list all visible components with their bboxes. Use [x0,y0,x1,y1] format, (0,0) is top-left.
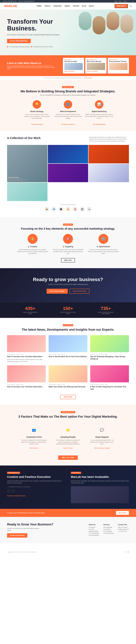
footer-li-link[interactable]: in [128,551,129,553]
blog-title-6: 8 Tips To Start Preparing For Christmas … [90,386,129,390]
banner-card-2[interactable]: WHY CHOOSE US Why Choose MarLab? Know us… [85,58,106,74]
people-link[interactable]: Meet The Team [64,447,72,449]
stat-1-label: Projects Developed Every Month [22,312,39,314]
nav-quick[interactable]: QUICK [89,5,95,7]
web-link[interactable]: Talk Web Development [54,124,82,125]
digital-link[interactable]: Talk Digital Marketing [85,124,113,125]
grow-business-btn[interactable]: Get My Free Proposal [7,533,27,538]
brand-logo-2: 🔷 [52,207,56,212]
support-icon: 💬 [98,426,106,434]
gb-nav-item[interactable]: +1 234 567 890 [118,530,129,532]
digital-desc: Digital marketing provides businesses of… [85,114,113,120]
topbar-phone: Call Us: 078 982 59 189 [3,0,16,2]
nav-blog[interactable]: BLOG [82,5,86,7]
testimonials-content: TESTIMONIALS Creative and Fearless Execu… [7,471,129,503]
header-cta-button[interactable]: Need Help? [114,4,128,8]
drill-out-button[interactable]: Drill out [61,258,75,262]
web-icon: 🌐 [64,100,72,109]
blog-img-1 [7,335,46,352]
test-right-image [71,486,129,503]
header: MARLAB HOME ABOUT SERVICES WORK PRICING … [0,2,136,10]
hero-cta-button[interactable]: Get My Free Proposal [7,39,31,43]
blog-post-3[interactable]: Posted by Philip - August 16, 2021 Tips … [90,335,129,362]
blog-post-5[interactable]: Posted by jffpr - August 18, 2021 Make Y… [48,365,87,391]
blog-date-4: Posted by After - August 16, 2021 [7,384,46,385]
gb-nav-item[interactable]: Talk to an Expert [118,526,129,528]
grow-business-section: Ready to Grow Your Business? Contact us … [0,517,136,543]
key-card-3: ⚙️ 3. Optimisation Our team constantly o… [88,234,119,254]
topbar-shop-link[interactable]: Shop [118,0,122,2]
blog-post-4[interactable]: Posted by After - August 16, 2021 How To… [7,365,46,391]
banner-card-3[interactable]: OUR THINKING Bring Innovative Thinking [108,58,129,74]
search-icon[interactable]: 🔍 [129,5,132,7]
portfolio-item-2[interactable] [48,145,88,163]
portfolio-item-3[interactable] [88,145,129,163]
gb-nav-item[interactable]: Private Regulation [89,534,99,536]
hero-content: Transform Your Business. We Transform Pe… [7,18,60,50]
blog-more-button[interactable]: Read More [60,395,76,399]
key-elements-section: ABOUT US Focusing on the 3 key elements … [0,217,136,268]
grow-business-left: Ready to Grow Your Business? Contact us … [7,522,54,538]
portfolio-item-1[interactable]: BRAND DESIGN Cubic Box Packaging Mockup … [7,145,48,182]
portfolio-item-4[interactable] [48,164,88,182]
grow-business-content: Ready to Grow Your Business? Contact us … [7,522,129,538]
gb-nav-item[interactable]: Content Marketing [103,532,114,534]
site-logo[interactable]: MARLAB [4,4,17,8]
blog-post-6[interactable]: Posted by Philip - August 18, 2021 8 Tip… [90,365,129,391]
footer-fb-link[interactable]: f [125,551,125,553]
grow-section: Ready to grow your business? Contact us … [0,268,136,302]
customers-link[interactable]: Find Out More [30,447,38,449]
blog-post-2[interactable]: Posted by jffpr - August 10, 2021 How to… [48,335,87,362]
nav-pricing[interactable]: PRICING [73,5,79,7]
card-img-3 [109,63,128,70]
nav-services[interactable]: SERVICES [54,5,62,7]
footer-tw-link[interactable]: t [126,551,127,553]
test-prev-button[interactable]: ‹ [7,489,10,493]
test-next-button[interactable]: › [12,489,15,493]
stat-1-number: 435+ [22,306,39,311]
blog-section: OUR BLOG The latest News, Developments a… [0,318,136,405]
stat-1: 435+ Projects Developed Every Month [22,306,39,314]
brand-link[interactable]: Talk Brand Strategy [23,124,51,125]
gb-nav-item[interactable]: The Practical Blog [89,532,99,534]
nav-about[interactable]: ABOUT [44,5,51,7]
gb-nav-about-title: About Us [89,524,99,526]
test-nav: ‹ › [7,489,65,493]
topbar-blog-link[interactable]: Blog [114,0,117,2]
gb-nav-item[interactable]: Our Agency [89,526,99,528]
people-desc: Our results don't represent a statement … [55,439,81,445]
creative-icon: 🎨 [28,234,38,244]
card-link-1[interactable]: View All Services [64,71,83,72]
test-author: — FOUNDER OF DIGITAL COMPANIES [7,486,65,488]
topbar-contact-link[interactable]: Contact [123,0,127,2]
topbar-social-tw[interactable]: t [130,0,131,2]
find-out-more-link[interactable]: Find Out More [84,77,92,78]
card-link-2[interactable]: Know us to better [87,71,105,72]
gb-nav-item[interactable]: Social Media [103,528,114,530]
portfolio-item-6[interactable] [7,182,48,201]
factor-cards: 👥 Customers First We strive to understan… [7,423,129,452]
bottom-cta-bar: Trusted by over 2,000 Ambitious Brands t… [0,509,136,517]
nav-work[interactable]: WORK [65,5,70,7]
gb-nav-item[interactable]: Our Team [89,528,99,530]
factors-cta-button[interactable]: Drill out Stuff [58,456,78,460]
grow-btn-know-more[interactable]: Get to Know us Better [46,289,68,294]
portfolio-item-5[interactable] [88,164,129,182]
grow-btn-call[interactable]: Call: 078 412 55 181 [70,289,90,294]
bottom-cta-button[interactable]: Need Help? [116,511,129,515]
blog-post-1[interactable]: Posted by After - August 10, 2021 How To… [7,335,46,362]
banner-card-1[interactable]: OUR STORY How We Can Help? View All Serv… [63,58,84,74]
gb-nav-item[interactable]: info@example.com [118,528,129,530]
grow-description: Contact us to work with a results-driven… [7,284,129,285]
gb-nav-item[interactable]: Digital Marketing [89,530,99,532]
gb-nav-item[interactable]: SEO Marketing [103,526,114,528]
support-link[interactable]: Talk to Customer Support [94,447,110,449]
footer-social: f t in [125,551,129,553]
hero-person-3 [106,12,119,30]
topbar-social-li[interactable]: in [132,0,133,2]
blog-tag: OUR BLOG [63,324,73,326]
test-read-more-link[interactable]: Read More of Digital Channels [7,495,26,496]
nav-home[interactable]: HOME [37,5,42,7]
gb-nav-item[interactable]: PPC Marketing [103,530,114,532]
topbar-social-fb[interactable]: f [129,0,129,2]
